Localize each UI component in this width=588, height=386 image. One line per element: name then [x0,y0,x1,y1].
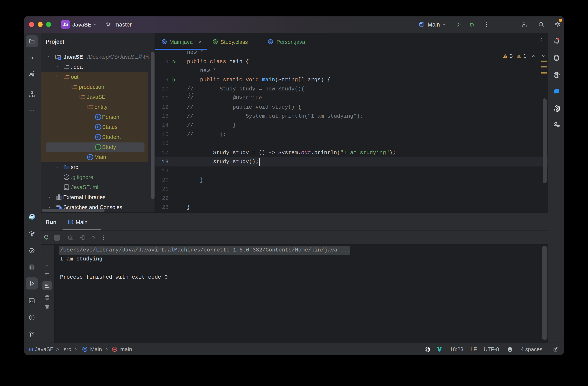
svg-text:E: E [97,125,99,129]
svg-text:I: I [215,40,216,43]
svg-text:m: m [113,347,116,351]
svg-text:C: C [84,347,86,351]
svg-text:?: ? [32,74,34,77]
svg-text:C: C [97,135,99,139]
svg-text:I: I [98,145,99,149]
svg-text:C: C [89,155,91,159]
svg-text:C: C [270,40,272,43]
svg-text:C: C [163,40,165,43]
svg-text:C: C [97,115,99,119]
